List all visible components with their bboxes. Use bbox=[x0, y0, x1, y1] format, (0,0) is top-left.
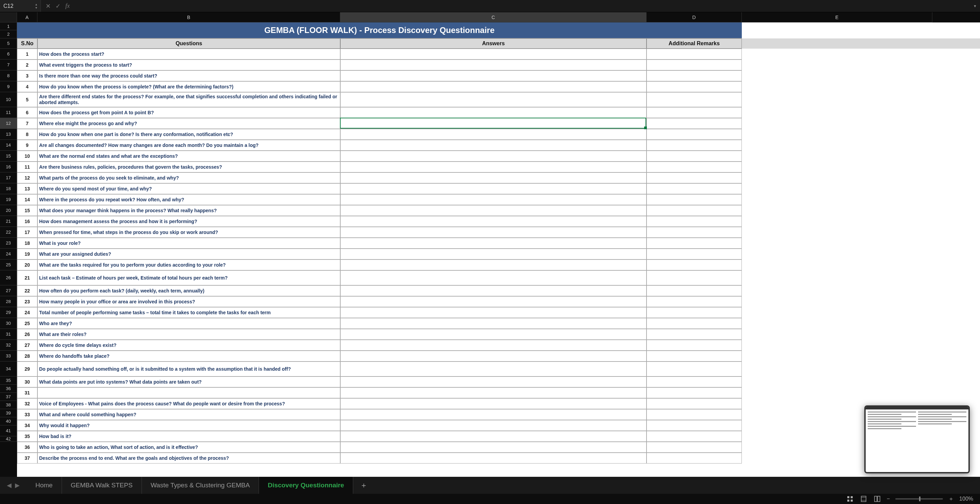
row-header-2[interactable]: 2 bbox=[0, 30, 17, 38]
cell-answer[interactable] bbox=[340, 270, 646, 285]
cell-sno[interactable]: 22 bbox=[17, 285, 37, 296]
cell-answer[interactable] bbox=[340, 296, 646, 307]
sheet-tab[interactable]: GEMBA Walk STEPS bbox=[62, 477, 142, 494]
cell-question[interactable]: Who are they? bbox=[37, 318, 340, 329]
cell-sno[interactable]: 27 bbox=[17, 340, 37, 350]
cell-question[interactable]: How many people in your office or area a… bbox=[37, 296, 340, 307]
cell-answer[interactable] bbox=[340, 318, 646, 329]
sheet-tab[interactable]: Waste Types & Clustering GEMBA bbox=[142, 477, 259, 494]
cell-answer[interactable] bbox=[340, 361, 646, 376]
cell-sno[interactable]: 12 bbox=[17, 173, 37, 183]
cell-remark[interactable] bbox=[646, 376, 742, 387]
zoom-in-button[interactable]: ＋ bbox=[948, 496, 954, 502]
cell-sno[interactable]: 9 bbox=[17, 140, 37, 151]
cell-remark[interactable] bbox=[646, 70, 742, 81]
cell-sno[interactable]: 32 bbox=[17, 398, 37, 409]
cell-answer[interactable] bbox=[340, 307, 646, 318]
cell-question[interactable]: How do you know when the process is comp… bbox=[37, 81, 340, 92]
cell-answer[interactable] bbox=[340, 376, 646, 387]
formula-input[interactable] bbox=[75, 0, 970, 12]
cell-question[interactable]: How bad is it? bbox=[37, 431, 340, 442]
row-header-41[interactable]: 41 bbox=[0, 425, 17, 436]
cell-answer[interactable] bbox=[340, 398, 646, 409]
row-header-38[interactable]: 38 bbox=[0, 401, 17, 409]
row-header-20[interactable]: 20 bbox=[0, 205, 17, 216]
cell-question[interactable]: Describe the process end to end. What ar… bbox=[37, 453, 340, 464]
cell-sno[interactable]: 14 bbox=[17, 194, 37, 205]
cell-question[interactable]: How does the process get from point A to… bbox=[37, 107, 340, 118]
view-page-break-icon[interactable] bbox=[873, 495, 881, 503]
header-answers[interactable]: Answers bbox=[340, 38, 646, 49]
column-header-e[interactable]: E bbox=[742, 12, 932, 22]
cell-remark[interactable] bbox=[646, 442, 742, 453]
row-header-23[interactable]: 23 bbox=[0, 238, 17, 249]
row-header-6[interactable]: 6 bbox=[0, 49, 17, 60]
row-header-24[interactable]: 24 bbox=[0, 249, 17, 260]
cell-answer[interactable] bbox=[340, 81, 646, 92]
cells-area[interactable]: GEMBA (FLOOR WALK) - Process Discovery Q… bbox=[17, 22, 980, 477]
cell-answer[interactable] bbox=[340, 285, 646, 296]
cell-remark[interactable] bbox=[646, 285, 742, 296]
cell-sno[interactable]: 21 bbox=[17, 270, 37, 285]
cell-answer[interactable] bbox=[340, 350, 646, 361]
zoom-level[interactable]: 100% bbox=[959, 496, 973, 502]
cell-remark[interactable] bbox=[646, 270, 742, 285]
cell-answer[interactable] bbox=[340, 431, 646, 442]
header-sno[interactable]: S.No bbox=[17, 38, 37, 49]
cell-sno[interactable]: 33 bbox=[17, 409, 37, 420]
cell-answer[interactable] bbox=[340, 173, 646, 183]
row-header-28[interactable]: 28 bbox=[0, 296, 17, 307]
sheet-nav-next-icon[interactable]: ▶ bbox=[15, 482, 20, 489]
row-header-5[interactable]: 5 bbox=[0, 38, 17, 49]
cell-question[interactable]: What are the tasks required for you to p… bbox=[37, 260, 340, 270]
cell-answer[interactable] bbox=[340, 387, 646, 398]
fx-icon[interactable]: fx bbox=[65, 2, 70, 10]
cell-sno[interactable]: 4 bbox=[17, 81, 37, 92]
column-header-d[interactable]: D bbox=[646, 12, 742, 22]
cell-sno[interactable]: 23 bbox=[17, 296, 37, 307]
cell-question[interactable]: Why would it happen? bbox=[37, 420, 340, 431]
cell-question[interactable]: Do people actually hand something off, o… bbox=[37, 361, 340, 376]
cell-remark[interactable] bbox=[646, 431, 742, 442]
cell-sno[interactable]: 10 bbox=[17, 151, 37, 162]
cell-question[interactable]: How does the process start? bbox=[37, 49, 340, 60]
cell-remark[interactable] bbox=[646, 350, 742, 361]
cell-answer[interactable] bbox=[340, 216, 646, 227]
column-header-a[interactable]: A bbox=[17, 12, 37, 22]
row-header-37[interactable]: 37 bbox=[0, 393, 17, 401]
namebox-stepper-icon[interactable]: ▴▾ bbox=[35, 3, 37, 10]
cell-question[interactable]: What are your assigned duties? bbox=[37, 249, 340, 260]
cell-sno[interactable]: 24 bbox=[17, 307, 37, 318]
row-header-42[interactable]: 42 bbox=[0, 436, 17, 442]
cell-remark[interactable] bbox=[646, 453, 742, 464]
cell-answer[interactable] bbox=[340, 194, 646, 205]
formula-bar-expand-icon[interactable]: ▾ bbox=[970, 3, 980, 8]
row-header-11[interactable]: 11 bbox=[0, 107, 17, 118]
cell-question[interactable]: Are there different end states for the p… bbox=[37, 92, 340, 107]
cell-answer[interactable] bbox=[340, 249, 646, 260]
cell-question[interactable]: What parts of the process do you seek to… bbox=[37, 173, 340, 183]
cell-sno[interactable]: 1 bbox=[17, 49, 37, 60]
row-header-30[interactable]: 30 bbox=[0, 318, 17, 329]
cell-answer[interactable] bbox=[340, 183, 646, 194]
row-header-18[interactable]: 18 bbox=[0, 183, 17, 194]
cell-question[interactable]: Where in the process do you repeat work?… bbox=[37, 194, 340, 205]
cell-remark[interactable] bbox=[646, 140, 742, 151]
add-sheet-button[interactable]: ＋ bbox=[353, 480, 374, 490]
cancel-icon[interactable]: ✕ bbox=[46, 2, 51, 10]
cell-question[interactable]: Where do cycle time delays exist? bbox=[37, 340, 340, 350]
cell-question[interactable]: Voice of Employees - What pains does the… bbox=[37, 398, 340, 409]
row-header-15[interactable]: 15 bbox=[0, 151, 17, 162]
row-header-29[interactable]: 29 bbox=[0, 307, 17, 318]
cell-sno[interactable]: 11 bbox=[17, 162, 37, 173]
row-header-25[interactable]: 25 bbox=[0, 260, 17, 270]
cell-answer[interactable] bbox=[340, 205, 646, 216]
row-header-33[interactable]: 33 bbox=[0, 350, 17, 361]
cell-question[interactable]: List each task – Estimate of hours per w… bbox=[37, 270, 340, 285]
cell-answer[interactable] bbox=[340, 107, 646, 118]
row-header-1[interactable]: 1 bbox=[0, 22, 17, 30]
cell-sno[interactable]: 26 bbox=[17, 329, 37, 340]
cell-answer[interactable] bbox=[340, 140, 646, 151]
header-remarks[interactable]: Additional Remarks bbox=[646, 38, 742, 49]
cell-answer[interactable] bbox=[340, 238, 646, 249]
